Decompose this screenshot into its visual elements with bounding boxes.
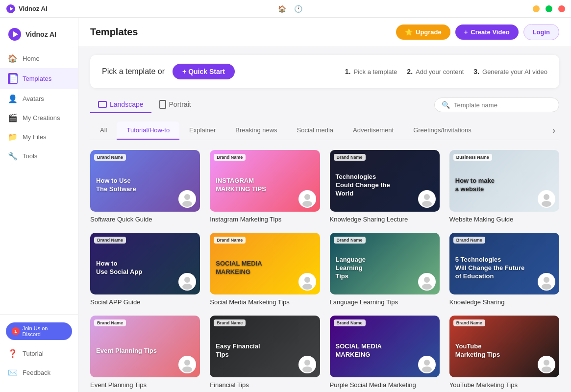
template-card-financial-tips[interactable]: Brand Name Easy FinancialTips Financial …	[210, 316, 320, 389]
search-box[interactable]: 🔍	[434, 98, 559, 112]
svg-point-13	[182, 284, 192, 290]
discord-button[interactable]: 1 Join Us on Discord	[6, 322, 72, 340]
vidnoz-logo-icon	[6, 4, 16, 14]
titlebar: Vidnoz AI 🏠 🕐	[0, 0, 571, 18]
sidebar-item-avatars[interactable]: 👤 Avatars	[0, 89, 78, 108]
sidebar-item-templates[interactable]: 📄 Templates	[0, 68, 78, 89]
cat-tab-all[interactable]: All	[90, 122, 117, 140]
sidebar-item-label: Templates	[23, 75, 51, 82]
sidebar-logo-text: Vidnoz AI	[25, 30, 56, 38]
template-thumbnail: Business Name How to makea website	[449, 150, 559, 212]
cat-tab-tutorial[interactable]: Tutorial/How-to	[117, 122, 179, 140]
svg-point-24	[424, 360, 430, 366]
step-3-text: Generate your AI video	[482, 68, 547, 75]
template-thumbnail: Brand Name INSTAGRAMMARKTING TIPS	[210, 150, 320, 212]
sidebar-item-tools[interactable]: 🔧 Tools	[0, 147, 78, 166]
template-thumbnail: Brand Name LanguageLearningTips	[330, 233, 440, 294]
login-button[interactable]: Login	[523, 24, 559, 40]
step-1-num: 1.	[345, 68, 351, 75]
cat-tab-greetings[interactable]: Greetings/Invitations	[403, 122, 481, 140]
quick-start-button[interactable]: + Quick Start	[173, 64, 235, 79]
svg-point-6	[304, 194, 310, 200]
svg-point-23	[302, 367, 312, 372]
template-avatar	[178, 190, 196, 208]
template-avatar	[418, 190, 436, 208]
template-avatar	[298, 273, 316, 291]
template-card-software-quick-guide[interactable]: Brand Name How to UseThe Software Softwa…	[90, 150, 200, 223]
sidebar-item-label: Feedback	[23, 369, 50, 376]
svg-point-21	[182, 367, 192, 372]
tab-portrait[interactable]: Portrait	[151, 96, 199, 114]
cat-tab-explainer[interactable]: Explainer	[179, 122, 225, 140]
window-controls	[533, 5, 565, 12]
svg-point-19	[542, 284, 551, 290]
portrait-icon	[159, 100, 166, 109]
template-card-youtube-marketing-tips[interactable]: Brand Name YouTubeMarketing Tips YouTube…	[449, 316, 559, 389]
sidebar-item-feedback[interactable]: ✉️ Feedback	[0, 363, 78, 382]
sidebar-item-my-creations[interactable]: 🎬 My Creations	[0, 108, 78, 127]
template-card-social-app-guide[interactable]: Brand Name How toUse Social App Social A…	[90, 233, 200, 306]
template-badge: Brand Name	[334, 154, 366, 161]
close-button[interactable]	[558, 5, 565, 12]
template-name: Financial Tips	[210, 381, 320, 389]
template-avatar	[538, 273, 555, 291]
step-2: 2. Add your content	[407, 68, 464, 75]
svg-point-15	[302, 284, 312, 290]
sidebar-item-my-files[interactable]: 📁 My Files	[0, 127, 78, 147]
template-thumbnail: Brand Name YouTubeMarketing Tips	[449, 316, 559, 377]
top-header: Templates ⭐ Upgrade + Create Video Login	[78, 18, 571, 47]
template-card-instagram-marketing-tips[interactable]: Brand Name INSTAGRAMMARKTING TIPS Instag…	[210, 150, 320, 223]
files-nav-icon: 📁	[8, 132, 18, 142]
svg-point-4	[184, 194, 190, 200]
plus-icon: +	[464, 28, 468, 36]
template-name: Event Planning Tips	[90, 381, 200, 389]
search-input[interactable]	[454, 101, 552, 109]
sidebar-item-home[interactable]: 🏠 Home	[0, 49, 78, 68]
template-thumb-title: Easy FinancialTips	[216, 343, 260, 359]
upgrade-button[interactable]: ⭐ Upgrade	[396, 24, 450, 40]
create-video-button[interactable]: + Create Video	[455, 24, 519, 40]
template-card-knowledge-sharing-lecture[interactable]: Brand Name TechnologiesCould Change theW…	[330, 150, 440, 223]
template-thumb-title: LanguageLearningTips	[336, 256, 366, 281]
template-thumbnail: Brand Name 5 TechnologiesWill Change the…	[449, 233, 559, 294]
template-name: Purple Social Media Marketing	[330, 381, 440, 389]
template-badge: Brand Name	[214, 237, 246, 244]
home-icon[interactable]: 🏠	[278, 5, 286, 13]
svg-point-17	[422, 284, 432, 290]
template-card-purple-social-media-marketing[interactable]: Brand Name SOCIAL MEDIAMARKEING Purple S…	[330, 316, 440, 389]
home-nav-icon: 🏠	[8, 54, 18, 63]
template-card-language-learning-tips[interactable]: Brand Name LanguageLearningTips Language…	[330, 233, 440, 306]
sidebar-item-tutorial[interactable]: ❓ Tutorial	[0, 344, 78, 363]
template-card-website-making-guide[interactable]: Business Name How to makea website Websi…	[449, 150, 559, 223]
orientation-bar: Landscape Portrait 🔍	[90, 96, 559, 114]
svg-point-7	[302, 201, 312, 207]
svg-point-5	[182, 201, 192, 207]
template-thumb-title: SOCIAL MEDIAMARKEING	[216, 260, 262, 276]
template-thumb-title: How toUse Social App	[96, 260, 142, 276]
sidebar-item-label: Avatars	[23, 95, 44, 102]
template-card-event-planning-tips[interactable]: Brand Name Event Planning Tips Event Pla…	[90, 316, 200, 389]
step-3-num: 3.	[473, 68, 479, 75]
template-thumb-title: SOCIAL MEDIAMARKEING	[336, 343, 382, 359]
clock-icon[interactable]: 🕐	[294, 5, 302, 13]
minimize-button[interactable]	[533, 5, 540, 12]
template-thumbnail: Brand Name SOCIAL MEDIAMARKEING	[210, 233, 320, 294]
template-name: Website Making Guide	[449, 216, 559, 223]
template-card-knowledge-sharing[interactable]: Brand Name 5 TechnologiesWill Change the…	[449, 233, 559, 306]
picker-steps: 1. Pick a template 2. Add your content 3…	[345, 68, 547, 75]
cat-tab-advertisement[interactable]: Advertisement	[343, 122, 403, 140]
tutorial-icon: ❓	[8, 349, 18, 358]
search-icon: 🔍	[442, 101, 450, 109]
app-body: Vidnoz AI 🏠 Home 📄 Templates 👤 Avatars 🎬…	[0, 18, 571, 392]
template-avatar	[178, 356, 196, 373]
login-label: Login	[533, 28, 550, 36]
category-tabs-next[interactable]: ›	[548, 122, 559, 140]
titlebar-icons: 🏠 🕐	[278, 5, 302, 13]
step-2-num: 2.	[407, 68, 413, 75]
cat-tab-social-media[interactable]: Social media	[287, 122, 343, 140]
maximize-button[interactable]	[546, 5, 552, 12]
svg-point-27	[542, 367, 551, 372]
template-card-social-media-marketing-tips[interactable]: Brand Name SOCIAL MEDIAMARKEING Social M…	[210, 233, 320, 306]
tab-landscape[interactable]: Landscape	[90, 97, 151, 113]
cat-tab-breaking-news[interactable]: Breaking news	[225, 122, 287, 140]
